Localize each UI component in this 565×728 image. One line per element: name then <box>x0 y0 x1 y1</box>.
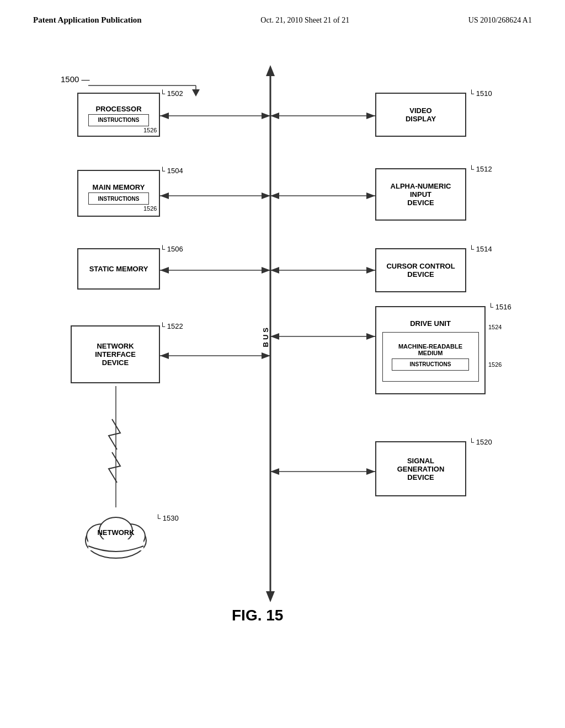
main-memory-label: MAIN MEMORY <box>93 183 145 191</box>
label-1530: └ 1530 <box>156 514 179 522</box>
svg-marker-7 <box>160 192 169 199</box>
drive-unit-label: DRIVE UNIT <box>410 319 451 328</box>
alpha-numeric-label: ALPHA-NUMERIC INPUT DEVICE <box>391 182 451 207</box>
label-1526a: 1526 <box>143 127 157 133</box>
page: Patent Application Publication Oct. 21, … <box>0 0 565 728</box>
header-right: US 2010/268624 A1 <box>468 16 532 25</box>
network-cloud: NETWORK <box>77 507 154 563</box>
diagram: 1500 — BUS PROCESSOR INSTRUCTIONS └ 1502… <box>33 55 532 689</box>
alpha-numeric-box: ALPHA-NUMERIC INPUT DEVICE <box>375 168 466 221</box>
svg-marker-8 <box>262 192 270 199</box>
cursor-control-label: CURSOR CONTROL DEVICE <box>386 262 455 279</box>
instructions-label-1: INSTRUCTIONS <box>98 117 140 123</box>
label-1520: └ 1520 <box>469 438 492 446</box>
svg-marker-19 <box>366 192 375 199</box>
signal-generation-label: SIGNAL GENERATION DEVICE <box>397 457 445 481</box>
bus-label: BUS <box>262 325 270 347</box>
svg-marker-22 <box>366 267 375 274</box>
header-center: Oct. 21, 2010 Sheet 21 of 21 <box>260 16 349 25</box>
svg-marker-26 <box>270 333 279 340</box>
svg-marker-28 <box>366 468 375 475</box>
svg-marker-17 <box>270 113 279 119</box>
svg-marker-5 <box>262 113 270 119</box>
label-1500: 1500 — <box>61 74 90 84</box>
static-memory-box: STATIC MEMORY <box>77 248 160 290</box>
machine-readable-label: MACHINE-READABLE <box>398 343 462 350</box>
svg-marker-25 <box>366 333 375 340</box>
instructions-label-2: INSTRUCTIONS <box>98 196 140 202</box>
medium-label: MEDIUM <box>418 350 443 356</box>
network-label: NETWORK <box>77 528 154 537</box>
svg-marker-20 <box>270 192 279 199</box>
label-1516: └ 1516 <box>488 303 511 311</box>
fig-label: FIG. 15 <box>232 607 283 624</box>
svg-marker-23 <box>270 267 279 274</box>
svg-marker-13 <box>160 352 169 359</box>
svg-marker-11 <box>262 267 270 274</box>
signal-generation-box: SIGNAL GENERATION DEVICE <box>375 441 466 496</box>
svg-marker-16 <box>366 113 375 119</box>
svg-marker-2 <box>266 591 275 602</box>
label-1526c: 1526 <box>488 361 502 368</box>
video-display-box: VIDEO DISPLAY <box>375 93 466 137</box>
instructions-box-2: INSTRUCTIONS <box>88 192 149 205</box>
instructions-box-1: INSTRUCTIONS <box>88 114 149 126</box>
svg-marker-1 <box>266 65 275 76</box>
svg-marker-10 <box>160 267 169 274</box>
label-1504: └ 1504 <box>160 167 183 175</box>
svg-marker-14 <box>262 352 270 359</box>
header-left: Patent Application Publication <box>33 15 142 25</box>
instructions-label-3: INSTRUCTIONS <box>410 361 451 367</box>
label-1526b: 1526 <box>143 205 157 212</box>
network-interface-box: NETWORK INTERFACE DEVICE <box>71 325 160 383</box>
label-1502: └ 1502 <box>160 89 183 98</box>
svg-marker-4 <box>160 113 169 119</box>
machine-readable-box: MACHINE-READABLE MEDIUM INSTRUCTIONS <box>382 332 479 382</box>
label-1512: └ 1512 <box>469 165 492 173</box>
network-interface-label: NETWORK INTERFACE DEVICE <box>95 342 136 367</box>
static-memory-label: STATIC MEMORY <box>89 265 148 273</box>
drive-unit-box: DRIVE UNIT MACHINE-READABLE MEDIUM INSTR… <box>375 306 486 394</box>
label-1506: └ 1506 <box>160 245 183 253</box>
label-1510: └ 1510 <box>469 89 492 98</box>
label-1514: └ 1514 <box>469 245 492 253</box>
instructions-box-3: INSTRUCTIONS <box>392 358 469 371</box>
cursor-control-box: CURSOR CONTROL DEVICE <box>375 248 466 292</box>
video-display-label: VIDEO DISPLAY <box>406 106 436 123</box>
svg-marker-29 <box>270 468 279 475</box>
processor-label: PROCESSOR <box>95 105 141 113</box>
header: Patent Application Publication Oct. 21, … <box>0 0 565 25</box>
svg-marker-33 <box>192 89 200 97</box>
label-1524: 1524 <box>488 324 502 330</box>
label-1522: └ 1522 <box>160 322 183 330</box>
